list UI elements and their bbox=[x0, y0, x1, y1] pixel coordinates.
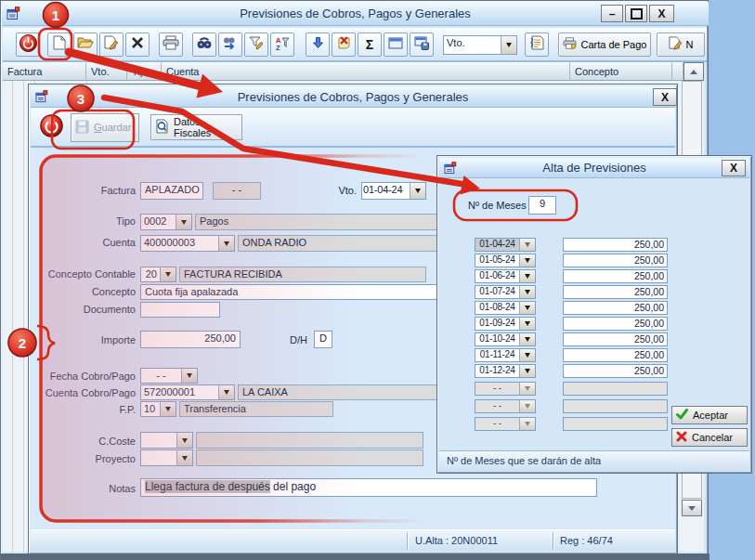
alta-date-dropdown[interactable] bbox=[519, 349, 535, 361]
concepto-contable-dropdown[interactable] bbox=[160, 267, 176, 281]
proyecto-combo[interactable] bbox=[140, 449, 193, 466]
cuenta-combo[interactable]: 400000003 bbox=[140, 235, 235, 252]
aceptar-button[interactable]: Aceptar bbox=[671, 406, 748, 424]
filter-button[interactable] bbox=[244, 33, 268, 57]
alta-date-combo[interactable]: 01-12-24 bbox=[475, 364, 536, 378]
cuenta-dropdown[interactable] bbox=[218, 236, 234, 251]
remove-note-button[interactable] bbox=[332, 33, 356, 57]
fp-combo[interactable]: 10 bbox=[140, 401, 176, 417]
new-record-button[interactable] bbox=[47, 33, 72, 57]
alta-amount-input[interactable]: 250,00 bbox=[563, 285, 668, 299]
sum-button[interactable]: Σ bbox=[358, 33, 382, 57]
alta-date-dropdown[interactable] bbox=[519, 333, 535, 345]
cuenta-cobro-pago-dropdown[interactable] bbox=[218, 385, 234, 399]
alta-date-dropdown[interactable] bbox=[519, 365, 535, 377]
cuenta-cobro-pago-combo[interactable]: 572000001 bbox=[140, 384, 235, 400]
form-exit-button[interactable] bbox=[35, 111, 67, 143]
tipo-combo[interactable]: 0002 bbox=[140, 214, 192, 230]
alta-status-bar: Nº de Meses que se darán de alta bbox=[439, 450, 749, 471]
column-header-concepto[interactable]: Concepto bbox=[570, 62, 672, 81]
alta-date-dropdown[interactable] bbox=[519, 270, 535, 282]
alta-amount-input[interactable]: 250,00 bbox=[563, 254, 668, 267]
fecha-cobro-pago-combo[interactable]: - - bbox=[140, 368, 198, 384]
grid-scroll-down-button[interactable] bbox=[682, 500, 702, 516]
column-header-tipo[interactable]: Tipo bbox=[127, 62, 162, 81]
alta-date-value: 01-11-24 bbox=[475, 349, 519, 361]
download-button[interactable] bbox=[306, 33, 330, 57]
alta-date-combo[interactable]: 01-08-24 bbox=[475, 301, 536, 315]
vto-combo[interactable]: 01-04-24 bbox=[361, 182, 426, 200]
alta-amount-input[interactable]: 250,00 bbox=[563, 317, 668, 331]
alta-date-dropdown[interactable] bbox=[519, 302, 535, 314]
close-button-form[interactable]: X bbox=[653, 88, 677, 106]
datos-fiscales-button[interactable]: Datos Fiscales bbox=[150, 114, 242, 140]
grid-save-button[interactable] bbox=[410, 33, 434, 57]
minimize-button[interactable]: – bbox=[601, 5, 623, 22]
column-header-vto[interactable]: Vto. bbox=[86, 62, 127, 81]
ccoste-combo[interactable] bbox=[140, 432, 193, 449]
chevron-down-icon bbox=[525, 274, 530, 279]
close-button-alta[interactable]: X bbox=[722, 160, 746, 176]
printer-icon bbox=[163, 35, 179, 54]
alta-amount-input[interactable]: 250,00 bbox=[563, 332, 668, 346]
vto-dropdown[interactable] bbox=[410, 183, 425, 199]
guardar-button[interactable]: Guardar bbox=[71, 113, 139, 142]
grid-scroll-up-button[interactable] bbox=[683, 62, 704, 81]
find-next-button[interactable] bbox=[218, 33, 242, 57]
alta-date-combo[interactable]: 01-06-24 bbox=[475, 269, 536, 283]
fecha-cobro-pago-dropdown[interactable] bbox=[181, 369, 197, 383]
sort-field-dropdown[interactable] bbox=[501, 36, 516, 54]
find-button[interactable] bbox=[192, 33, 216, 57]
n-meses-input[interactable]: 9 bbox=[528, 196, 556, 215]
alta-date-combo[interactable]: 01-09-24 bbox=[475, 317, 536, 331]
script-button[interactable] bbox=[525, 33, 549, 57]
ccoste-dropdown[interactable] bbox=[176, 433, 192, 448]
alta-date-combo[interactable]: 01-10-24 bbox=[475, 332, 536, 346]
alta-amount-input[interactable]: 250,00 bbox=[563, 301, 668, 315]
open-button[interactable] bbox=[73, 33, 98, 57]
alta-date-combo[interactable]: 01-07-24 bbox=[475, 285, 536, 299]
sort-field-combo[interactable]: Vto. bbox=[443, 35, 517, 55]
carta-de-pago-button[interactable]: Carta de Pago bbox=[558, 33, 651, 57]
print-button[interactable] bbox=[159, 33, 183, 57]
binoculars-icon bbox=[197, 36, 212, 53]
alta-date-dropdown[interactable] bbox=[519, 286, 535, 298]
alta-amount-input[interactable]: 250,00 bbox=[563, 348, 668, 362]
alta-date-combo[interactable]: 01-05-24 bbox=[475, 254, 536, 267]
fp-dropdown[interactable] bbox=[160, 402, 176, 416]
status-separator bbox=[407, 532, 408, 550]
dh-input[interactable]: D bbox=[314, 331, 332, 348]
tipo-dropdown[interactable] bbox=[176, 215, 191, 229]
chevron-down-icon bbox=[525, 321, 530, 326]
alta-date-dropdown[interactable] bbox=[519, 239, 535, 251]
alta-date-dropdown[interactable] bbox=[519, 254, 535, 267]
alta-amount-input[interactable]: 250,00 bbox=[563, 364, 668, 378]
delete-record-button[interactable] bbox=[125, 33, 150, 57]
notas-input[interactable]: Llega factura de después del pago bbox=[140, 478, 597, 497]
factura-input[interactable]: APLAZADO bbox=[140, 182, 203, 200]
concepto-contable-combo[interactable]: 20 bbox=[140, 267, 176, 282]
column-header-cuenta[interactable]: Cuenta bbox=[162, 62, 570, 81]
cancelar-button[interactable]: Cancelar bbox=[671, 428, 748, 447]
sort-filter-button[interactable]: AZ bbox=[270, 33, 294, 57]
edit-record-button[interactable] bbox=[99, 33, 124, 57]
proyecto-desc-field bbox=[196, 449, 423, 466]
ccoste-desc-field bbox=[196, 432, 423, 449]
grid-view-button[interactable] bbox=[384, 33, 408, 57]
alta-date-dropdown[interactable] bbox=[519, 318, 535, 330]
exit-button[interactable] bbox=[16, 33, 40, 57]
cancelar-label: Cancelar bbox=[692, 432, 733, 443]
maximize-button[interactable] bbox=[625, 5, 647, 22]
alta-date-combo[interactable]: 01-04-24 bbox=[475, 238, 536, 252]
importe-input[interactable]: 250,00 bbox=[140, 331, 241, 348]
delete-x-icon bbox=[131, 36, 144, 53]
alta-date-value: 01-09-24 bbox=[475, 318, 519, 330]
alta-date-combo[interactable]: 01-11-24 bbox=[475, 348, 536, 362]
documento-input[interactable] bbox=[140, 302, 220, 318]
column-header-factura[interactable]: Factura bbox=[3, 62, 86, 81]
alta-amount-input[interactable]: 250,00 bbox=[563, 238, 668, 252]
clipped-toolbar-button[interactable]: N bbox=[657, 33, 705, 57]
proyecto-dropdown[interactable] bbox=[176, 450, 192, 465]
close-button-main[interactable]: X bbox=[649, 5, 674, 22]
alta-amount-input[interactable]: 250,00 bbox=[563, 269, 668, 283]
